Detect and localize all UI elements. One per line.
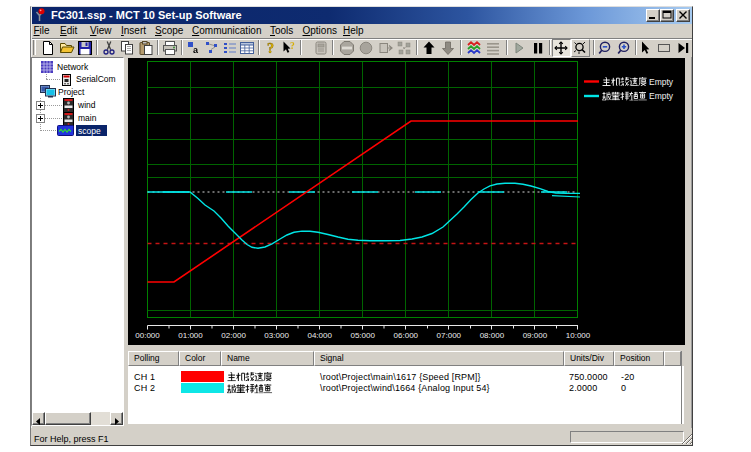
svg-text:06:000: 06:000 — [394, 331, 419, 340]
svg-text:?: ? — [267, 41, 274, 56]
svg-text:10:000: 10:000 — [566, 331, 591, 340]
svg-text:02:000: 02:000 — [221, 331, 246, 340]
svg-text:05:000: 05:000 — [350, 331, 375, 340]
svg-text:01:000: 01:000 — [178, 331, 203, 340]
svg-text:a: a — [193, 45, 199, 55]
svg-text:09:000: 09:000 — [523, 331, 548, 340]
svg-text:07:000: 07:000 — [437, 331, 462, 340]
svg-text:Empty: Empty — [649, 91, 674, 101]
svg-text:04:000: 04:000 — [307, 331, 332, 340]
svg-text:?: ? — [290, 41, 295, 51]
svg-text:03:000: 03:000 — [264, 331, 289, 340]
svg-text:00:000: 00:000 — [135, 331, 160, 340]
svg-text:Empty: Empty — [649, 77, 674, 87]
svg-text:08:000: 08:000 — [480, 331, 505, 340]
